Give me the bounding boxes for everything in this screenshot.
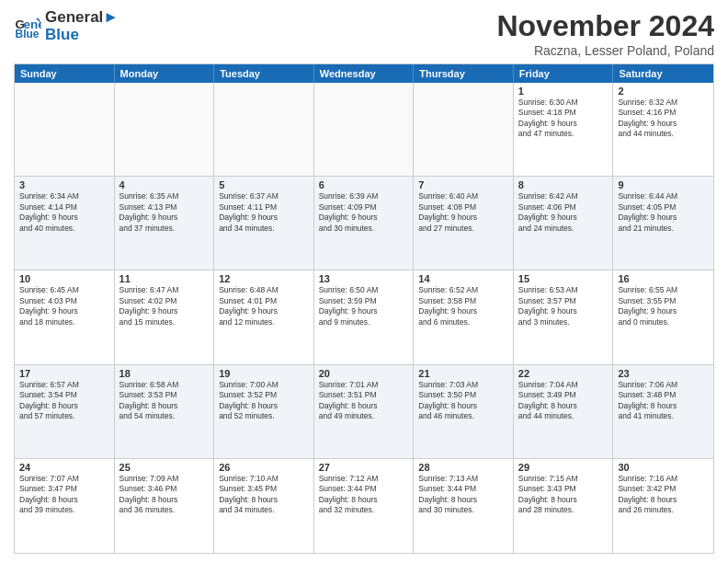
- day-number-12: 12: [219, 273, 309, 284]
- cell-w5-d3: 26Sunrise: 7:10 AM Sunset: 3:45 PM Dayli…: [214, 459, 314, 553]
- cell-info-1: Sunrise: 6:30 AM Sunset: 4:18 PM Dayligh…: [518, 98, 609, 140]
- day-number-5: 5: [219, 179, 309, 190]
- cell-w3-d7: 16Sunrise: 6:55 AM Sunset: 3:55 PM Dayli…: [613, 270, 713, 363]
- cell-w3-d1: 10Sunrise: 6:45 AM Sunset: 4:03 PM Dayli…: [15, 270, 115, 363]
- cell-w4-d1: 17Sunrise: 6:57 AM Sunset: 3:54 PM Dayli…: [15, 365, 115, 458]
- cell-w1-d4: [314, 83, 415, 176]
- calendar-body: 1Sunrise: 6:30 AM Sunset: 4:18 PM Daylig…: [15, 83, 713, 553]
- cell-info-15: Sunrise: 6:53 AM Sunset: 3:57 PM Dayligh…: [518, 285, 609, 327]
- cell-info-5: Sunrise: 6:37 AM Sunset: 4:11 PM Dayligh…: [219, 191, 309, 234]
- cell-w3-d3: 12Sunrise: 6:48 AM Sunset: 4:01 PM Dayli…: [214, 270, 314, 363]
- cell-w3-d6: 15Sunrise: 6:53 AM Sunset: 3:57 PM Dayli…: [514, 270, 614, 363]
- day-number-8: 8: [518, 179, 609, 190]
- cell-w4-d3: 19Sunrise: 7:00 AM Sunset: 3:52 PM Dayli…: [214, 365, 314, 458]
- day-number-29: 29: [518, 462, 609, 473]
- day-number-3: 3: [19, 179, 109, 190]
- day-number-11: 11: [119, 273, 210, 284]
- day-number-18: 18: [119, 368, 210, 379]
- cell-w2-d1: 3Sunrise: 6:34 AM Sunset: 4:14 PM Daylig…: [15, 177, 115, 270]
- day-number-17: 17: [19, 368, 109, 379]
- cell-info-3: Sunrise: 6:34 AM Sunset: 4:14 PM Dayligh…: [19, 191, 109, 234]
- day-number-13: 13: [319, 273, 409, 284]
- cell-w5-d4: 27Sunrise: 7:12 AM Sunset: 3:44 PM Dayli…: [314, 459, 415, 553]
- cell-w1-d6: 1Sunrise: 6:30 AM Sunset: 4:18 PM Daylig…: [514, 83, 614, 176]
- cell-w3-d4: 13Sunrise: 6:50 AM Sunset: 3:59 PM Dayli…: [314, 270, 415, 363]
- cell-info-8: Sunrise: 6:42 AM Sunset: 4:06 PM Dayligh…: [518, 191, 609, 234]
- week-5: 24Sunrise: 7:07 AM Sunset: 3:47 PM Dayli…: [15, 459, 713, 553]
- day-number-16: 16: [618, 273, 709, 284]
- cell-w1-d1: [15, 83, 115, 176]
- cell-w3-d2: 11Sunrise: 6:47 AM Sunset: 4:02 PM Dayli…: [115, 270, 215, 363]
- cell-info-29: Sunrise: 7:15 AM Sunset: 3:43 PM Dayligh…: [518, 474, 609, 516]
- cell-w1-d2: [115, 83, 215, 176]
- header-tuesday: Tuesday: [214, 64, 314, 83]
- cell-info-7: Sunrise: 6:40 AM Sunset: 4:08 PM Dayligh…: [418, 191, 508, 234]
- cell-w5-d2: 25Sunrise: 7:09 AM Sunset: 3:46 PM Dayli…: [115, 459, 215, 553]
- logo-icon: G eneral Blue: [14, 13, 41, 40]
- day-number-9: 9: [618, 179, 709, 190]
- svg-text:Blue: Blue: [16, 28, 40, 40]
- day-number-14: 14: [418, 273, 508, 284]
- cell-info-28: Sunrise: 7:13 AM Sunset: 3:44 PM Dayligh…: [418, 474, 508, 516]
- cell-info-22: Sunrise: 7:04 AM Sunset: 3:49 PM Dayligh…: [518, 380, 609, 422]
- cell-info-26: Sunrise: 7:10 AM Sunset: 3:45 PM Dayligh…: [219, 474, 309, 516]
- cell-w5-d5: 28Sunrise: 7:13 AM Sunset: 3:44 PM Dayli…: [414, 459, 514, 553]
- cell-info-19: Sunrise: 7:00 AM Sunset: 3:52 PM Dayligh…: [219, 380, 309, 422]
- cell-w1-d7: 2Sunrise: 6:32 AM Sunset: 4:16 PM Daylig…: [613, 83, 713, 176]
- logo-line1: General►: [45, 9, 119, 27]
- header: G eneral Blue General► Blue November 202…: [14, 9, 714, 58]
- cell-w2-d3: 5Sunrise: 6:37 AM Sunset: 4:11 PM Daylig…: [214, 177, 314, 270]
- day-number-10: 10: [19, 273, 109, 284]
- cell-w2-d6: 8Sunrise: 6:42 AM Sunset: 4:06 PM Daylig…: [514, 177, 614, 270]
- cell-info-24: Sunrise: 7:07 AM Sunset: 3:47 PM Dayligh…: [19, 474, 109, 516]
- cell-w1-d3: [214, 83, 314, 176]
- logo-line2: Blue: [45, 27, 119, 44]
- header-thursday: Thursday: [414, 64, 514, 83]
- day-number-21: 21: [418, 368, 508, 379]
- cell-w2-d2: 4Sunrise: 6:35 AM Sunset: 4:13 PM Daylig…: [115, 177, 215, 270]
- day-number-25: 25: [119, 462, 210, 473]
- cell-info-14: Sunrise: 6:52 AM Sunset: 3:58 PM Dayligh…: [418, 285, 508, 327]
- cell-info-13: Sunrise: 6:50 AM Sunset: 3:59 PM Dayligh…: [319, 285, 409, 327]
- cell-info-23: Sunrise: 7:06 AM Sunset: 3:48 PM Dayligh…: [618, 380, 709, 422]
- week-1: 1Sunrise: 6:30 AM Sunset: 4:18 PM Daylig…: [15, 83, 713, 177]
- day-number-26: 26: [219, 462, 309, 473]
- cell-w2-d7: 9Sunrise: 6:44 AM Sunset: 4:05 PM Daylig…: [613, 177, 713, 270]
- cell-w5-d6: 29Sunrise: 7:15 AM Sunset: 3:43 PM Dayli…: [514, 459, 614, 553]
- cell-w4-d7: 23Sunrise: 7:06 AM Sunset: 3:48 PM Dayli…: [613, 365, 713, 458]
- day-number-23: 23: [618, 368, 709, 379]
- day-number-15: 15: [518, 273, 609, 284]
- cell-info-2: Sunrise: 6:32 AM Sunset: 4:16 PM Dayligh…: [618, 98, 709, 140]
- day-number-28: 28: [418, 462, 508, 473]
- cell-info-18: Sunrise: 6:58 AM Sunset: 3:53 PM Dayligh…: [119, 380, 210, 422]
- day-number-7: 7: [418, 179, 508, 190]
- day-number-27: 27: [319, 462, 409, 473]
- week-3: 10Sunrise: 6:45 AM Sunset: 4:03 PM Dayli…: [15, 270, 713, 364]
- location: Raczna, Lesser Poland, Poland: [496, 43, 714, 58]
- day-number-22: 22: [518, 368, 609, 379]
- cell-info-11: Sunrise: 6:47 AM Sunset: 4:02 PM Dayligh…: [119, 285, 210, 327]
- cell-w5-d1: 24Sunrise: 7:07 AM Sunset: 3:47 PM Dayli…: [15, 459, 115, 553]
- day-number-6: 6: [319, 179, 409, 190]
- week-4: 17Sunrise: 6:57 AM Sunset: 3:54 PM Dayli…: [15, 365, 713, 459]
- cell-info-20: Sunrise: 7:01 AM Sunset: 3:51 PM Dayligh…: [319, 380, 409, 422]
- cell-info-6: Sunrise: 6:39 AM Sunset: 4:09 PM Dayligh…: [319, 191, 409, 234]
- cell-w4-d4: 20Sunrise: 7:01 AM Sunset: 3:51 PM Dayli…: [314, 365, 415, 458]
- day-number-30: 30: [618, 462, 709, 473]
- cell-info-12: Sunrise: 6:48 AM Sunset: 4:01 PM Dayligh…: [219, 285, 309, 327]
- header-sunday: Sunday: [15, 64, 115, 83]
- day-number-24: 24: [19, 462, 109, 473]
- day-number-1: 1: [518, 86, 609, 97]
- header-friday: Friday: [514, 64, 614, 83]
- header-saturday: Saturday: [613, 64, 713, 83]
- calendar: Sunday Monday Tuesday Wednesday Thursday…: [14, 63, 714, 554]
- day-number-20: 20: [319, 368, 409, 379]
- cell-w2-d5: 7Sunrise: 6:40 AM Sunset: 4:08 PM Daylig…: [414, 177, 514, 270]
- cell-w1-d5: [414, 83, 514, 176]
- cell-info-16: Sunrise: 6:55 AM Sunset: 3:55 PM Dayligh…: [618, 285, 709, 327]
- cell-info-21: Sunrise: 7:03 AM Sunset: 3:50 PM Dayligh…: [418, 380, 508, 422]
- logo: G eneral Blue General► Blue: [14, 9, 119, 43]
- cell-w2-d4: 6Sunrise: 6:39 AM Sunset: 4:09 PM Daylig…: [314, 177, 415, 270]
- cell-info-17: Sunrise: 6:57 AM Sunset: 3:54 PM Dayligh…: [19, 380, 109, 422]
- cell-info-10: Sunrise: 6:45 AM Sunset: 4:03 PM Dayligh…: [19, 285, 109, 327]
